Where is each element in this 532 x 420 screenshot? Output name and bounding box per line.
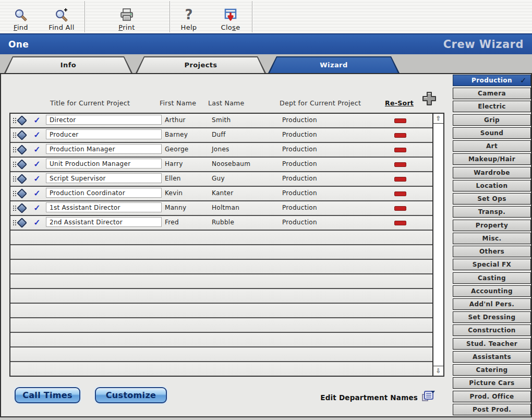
scroll-up-icon[interactable]: ⇧ [433,114,443,124]
department-button-misc[interactable]: Misc. ✓ [453,233,531,244]
title-field[interactable]: Producer [46,129,162,139]
tab-info[interactable]: Info [4,56,132,73]
department-button-picture-cars[interactable]: Picture Cars ✓ [453,377,531,389]
department-button-construction[interactable]: Construction ✓ [453,325,531,336]
department-button-sound[interactable]: Sound ✓ [453,127,531,139]
department-button-grip[interactable]: Grip ✓ [453,114,531,126]
remove-row-minus-icon[interactable] [394,191,406,196]
department-label: Assistants [473,353,511,361]
empty-crew-row [10,304,432,318]
crew-detail-diamond-icon[interactable] [17,203,27,213]
add-row-plus-icon[interactable] [421,91,437,106]
crew-detail-diamond-icon[interactable] [17,130,27,140]
remove-row-minus-icon[interactable] [394,221,406,225]
tab-projects[interactable]: Projects [136,56,266,73]
department-button-casting[interactable]: Casting ✓ [453,272,531,284]
title-field[interactable]: Script Supervisor [46,173,162,183]
edit-department-names-label: Edit Department Names [320,393,418,402]
edit-list-icon [421,390,435,405]
drag-handle-icon[interactable] [13,176,14,177]
last-name-value: Holtman [212,204,239,211]
include-checkmark-icon[interactable]: ✓ [33,145,40,154]
crew-detail-diamond-icon[interactable] [17,115,27,126]
title-field[interactable]: 2nd Assistant Director [46,217,162,227]
drag-handle-icon[interactable] [13,147,14,148]
department-button-accounting[interactable]: Accounting ✓ [453,285,531,297]
re-sort-link[interactable]: Re-Sort [385,99,414,107]
department-button-production[interactable]: Production ✓ [453,75,531,86]
help-label: Help [181,23,197,31]
department-button-post-prod[interactable]: Post Prod. ✓ [453,404,531,415]
find-button[interactable]: Find [5,2,37,31]
magnifier-plus-icon [54,6,69,22]
edit-department-names-button[interactable]: Edit Department Names [293,390,435,405]
tab-wizard-label: Wizard [268,56,400,73]
title-field[interactable]: Production Manager [46,144,162,154]
crew-detail-diamond-icon[interactable] [17,188,27,199]
print-button[interactable]: Print [107,2,147,31]
crew-row: ✓ Production Manager George Jones Produc… [10,143,432,158]
title-field[interactable]: Production Coordinator [46,188,162,198]
customize-button[interactable]: Customize [95,387,167,403]
department-button-special-fx[interactable]: Special FX ✓ [453,259,531,270]
title-field[interactable]: Unit Production Manager [46,159,162,169]
department-button-others[interactable]: Others ✓ [453,246,531,257]
department-label: Accounting [471,287,513,295]
crew-row: ✓ 1st Assistant Director Manny Holtman P… [10,201,432,216]
department-label: Others [479,248,504,255]
include-checkmark-icon[interactable]: ✓ [33,188,40,198]
drag-handle-icon[interactable] [13,220,14,221]
drag-handle-icon[interactable] [13,162,14,163]
remove-row-minus-icon[interactable] [394,148,406,152]
include-checkmark-icon[interactable]: ✓ [33,159,40,169]
department-button-catering[interactable]: Catering ✓ [453,364,531,376]
department-button-add-nl-pers[interactable]: Add'nl Pers. ✓ [453,298,531,310]
department-button-makeup-hair[interactable]: Makeup/Hair ✓ [453,153,531,165]
department-button-prod-office[interactable]: Prod. Office ✓ [453,391,531,402]
first-name-value: Harry [165,160,183,167]
first-name-value: Fred [165,219,179,226]
remove-row-minus-icon[interactable] [394,177,406,182]
title-field[interactable]: Director [46,115,162,125]
department-button-art[interactable]: Art ✓ [453,140,531,152]
remove-row-minus-icon[interactable] [394,118,406,123]
crew-detail-diamond-icon[interactable] [17,159,27,170]
crew-detail-diamond-icon[interactable] [17,218,27,228]
department-button-electric[interactable]: Electric ✓ [453,101,531,112]
department-button-location[interactable]: Location ✓ [453,180,531,191]
drag-handle-icon[interactable] [13,118,14,119]
toolbar-separator [252,1,252,32]
department-button-transp[interactable]: Transp. ✓ [453,206,531,218]
department-button-assistants[interactable]: Assistants ✓ [453,351,531,363]
department-button-property[interactable]: Property ✓ [453,220,531,231]
remove-row-minus-icon[interactable] [394,206,406,211]
include-checkmark-icon[interactable]: ✓ [33,174,40,184]
help-button[interactable]: ? Help [172,2,205,31]
remove-row-minus-icon[interactable] [394,162,406,167]
crew-detail-diamond-icon[interactable] [17,174,27,184]
find-all-button[interactable]: Find All [42,2,81,31]
department-button-set-dressing[interactable]: Set Dressing ✓ [453,311,531,323]
drag-handle-icon[interactable] [13,206,14,207]
include-checkmark-icon[interactable]: ✓ [33,203,40,213]
department-button-wardrobe[interactable]: Wardrobe ✓ [453,167,531,178]
scroll-down-icon[interactable]: ⇩ [433,366,443,376]
include-checkmark-icon[interactable]: ✓ [33,115,40,125]
crew-detail-diamond-icon[interactable] [17,145,27,155]
drag-handle-icon[interactable] [13,133,14,134]
department-button-camera[interactable]: Camera ✓ [453,88,531,99]
department-button-set-ops[interactable]: Set Ops ✓ [453,193,531,205]
remove-row-minus-icon[interactable] [394,133,406,138]
crew-row: ✓ Script Supervisor Ellen Guy Production [10,172,432,187]
dept-value: Production [282,116,317,124]
include-checkmark-icon[interactable]: ✓ [33,218,40,227]
drag-handle-icon[interactable] [13,191,14,192]
close-button[interactable]: Close [214,2,247,31]
include-checkmark-icon[interactable]: ✓ [33,130,40,140]
find-all-label: Find All [49,23,74,31]
call-times-button[interactable]: Call Times [15,387,80,403]
department-button-stud-teacher[interactable]: Stud. Teacher ✓ [453,338,531,350]
tab-wizard[interactable]: Wizard [268,56,400,73]
scrollbar[interactable]: ⇧ ⇩ [432,114,443,376]
title-field[interactable]: 1st Assistant Director [46,202,162,212]
